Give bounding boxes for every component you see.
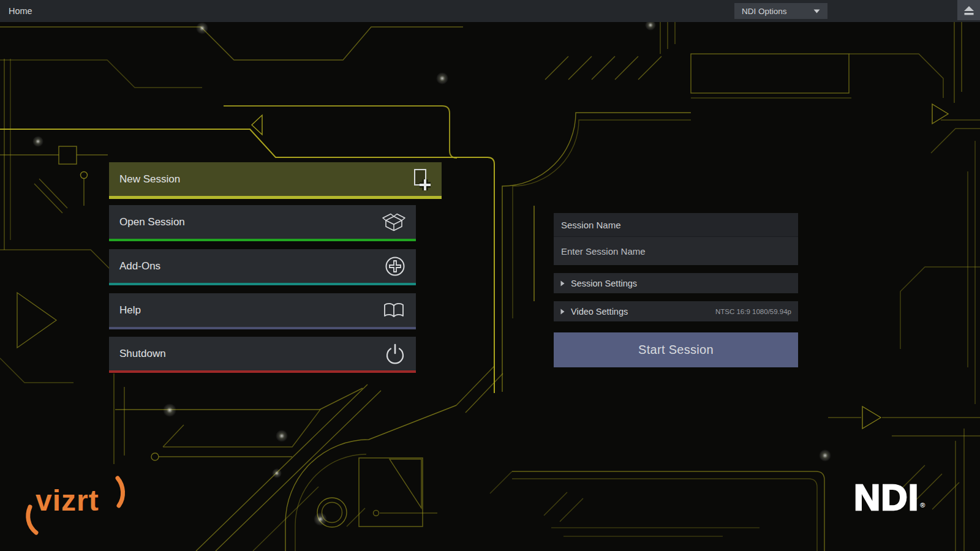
- session-name-label: Session Name: [561, 220, 621, 230]
- session-name-input[interactable]: [554, 237, 798, 265]
- top-bar: Home NDI Options: [0, 0, 980, 22]
- menu-item-new-session[interactable]: New Session: [109, 162, 442, 199]
- vizrt-logo-text: vizrt: [36, 484, 99, 517]
- video-settings-expander[interactable]: Video Settings NTSC 16:9 1080/59.94p: [554, 301, 798, 321]
- menu-item-add-ons[interactable]: Add-Ons: [109, 249, 416, 285]
- session-settings-expander[interactable]: Session Settings: [554, 273, 798, 293]
- video-settings-value: NTSC 16:9 1080/59.94p: [715, 308, 791, 315]
- registered-mark: ®: [920, 501, 925, 509]
- new-document-icon: [410, 168, 432, 191]
- menu-item-label: Help: [119, 304, 141, 317]
- start-session-button[interactable]: Start Session: [554, 332, 798, 367]
- page-title: Home: [9, 0, 32, 22]
- menu-item-label: New Session: [119, 173, 180, 186]
- ndi-options-dropdown[interactable]: NDI Options: [734, 3, 827, 19]
- session-name-input-row: [554, 237, 798, 265]
- menu-item-open-session[interactable]: Open Session: [109, 205, 416, 241]
- expand-arrow-icon: [560, 280, 565, 287]
- circle-plus-icon: [384, 255, 406, 277]
- ndi-logo-text: NDI: [854, 477, 919, 518]
- open-box-icon: [382, 212, 406, 232]
- session-name-header: Session Name: [554, 213, 798, 237]
- open-book-icon: [382, 301, 406, 320]
- power-icon: [384, 343, 406, 365]
- menu-item-help[interactable]: Help: [109, 293, 416, 329]
- home-screen: Home NDI Options New Session Open Sessi: [0, 0, 980, 551]
- expand-arrow-icon: [560, 309, 565, 315]
- ndi-options-label: NDI Options: [742, 7, 787, 16]
- menu-item-label: Add-Ons: [119, 260, 160, 272]
- eject-button[interactable]: [957, 0, 980, 20]
- menu-item-label: Shutdown: [119, 348, 166, 360]
- eject-icon: [962, 4, 976, 17]
- menu-item-shutdown[interactable]: Shutdown: [109, 337, 416, 373]
- vizrt-logo: vizrt: [22, 475, 135, 536]
- session-settings-label: Session Settings: [571, 279, 637, 288]
- ndi-logo: NDI®: [854, 476, 925, 519]
- video-settings-label: Video Settings: [571, 307, 628, 317]
- chevron-down-icon: [813, 9, 820, 13]
- menu-item-label: Open Session: [119, 216, 185, 228]
